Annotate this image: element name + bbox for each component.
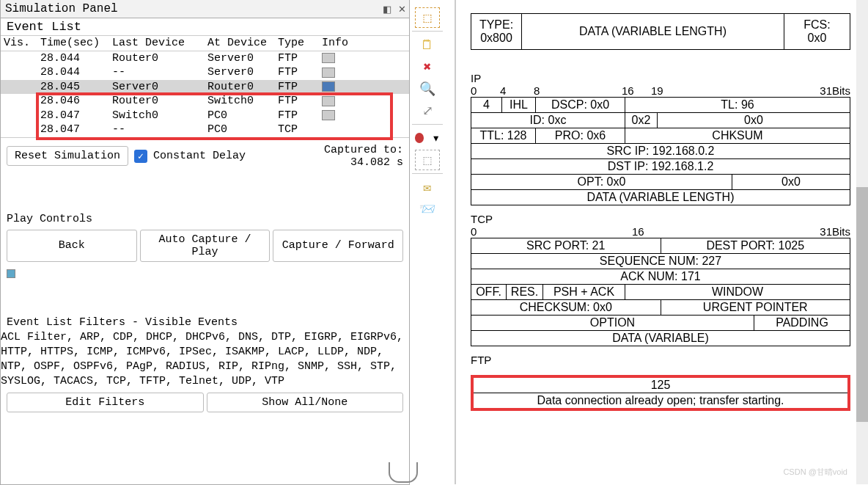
tcp-chk: CHECKSUM: 0x0 [471,300,661,315]
cell-time: 28.044 [40,65,112,80]
captured-to-label: Captured to: [324,144,403,156]
eth-fcs: FCS: 0x0 [784,13,850,50]
tcp-bits: 0 16 31Bits [456,225,865,238]
ip-dscp: DSCP: 0x0 [536,98,625,112]
cell-type: FTP [278,80,322,95]
cell-time: 28.047 [40,123,112,137]
cell-time: 28.045 [40,80,112,95]
select-tool-icon[interactable]: ⬚ [415,7,440,28]
constant-delay-label: Constant Delay [153,150,246,162]
tcp-urg: URGENT POINTER [661,300,850,315]
cell-at-device: PC0 [207,123,278,137]
tcp-opt: OPTION [471,316,754,330]
eth-fcs-label: FCS: [787,18,847,32]
event-list-header: Event List [1,18,409,36]
constant-delay-checkbox[interactable]: ✓ [134,150,147,163]
back-button[interactable]: Back [7,230,137,262]
cell-info [322,51,358,66]
pdu-toolbar: ⬚ 🗒 ✖ 🔍 ⤢ ▾ ⬚ ✉ 📨 [412,6,443,221]
watermark: CSDN @甘晴void [783,467,847,478]
cell-info [322,65,358,80]
tcp-src-port: SRC PORT: 21 [471,238,661,253]
eth-fcs-val: 0x0 [787,32,847,45]
reset-simulation-button[interactable]: Reset Simulation [7,146,128,166]
ip-bits: 0 4 8 16 19 31Bits [456,84,865,97]
note-icon[interactable]: 🗒 [415,34,440,55]
simple-pdu-icon[interactable]: ▾ [415,128,440,148]
cell-info [322,123,358,137]
table-row[interactable]: 28.047Switch0PC0FTP [1,109,409,123]
filters-header: Event List Filters - Visible Events [1,315,409,330]
event-table: Vis. Time(sec) Last Device At Device Typ… [1,36,409,137]
ftp-highlight-box: 125 Data connection already open; transf… [471,375,850,411]
ip-table: 4 IHL DSCP: 0x0 TL: 96 ID: 0xc 0x2 0x0 T… [471,97,850,205]
cell-time: 28.046 [40,94,112,109]
delete-icon[interactable]: ✖ [415,56,440,77]
tcp-flags: PSH + ACK [543,285,625,299]
cell-type: FTP [278,65,322,80]
ip-ihl: IHL [502,98,536,112]
table-row[interactable]: 28.047--PC0TCP [1,123,409,137]
eth-type-label: TYPE: [474,18,518,32]
sim-controls: Reset Simulation ✓ Constant Delay Captur… [1,137,409,175]
col-info[interactable]: Info [322,36,358,51]
cell-at-device: Router0 [207,80,278,95]
tcp-label: TCP [456,213,865,225]
col-time[interactable]: Time(sec) [40,36,112,51]
scroll-thumb[interactable] [856,187,868,422]
ip-opt: OPT: 0x0 [471,175,732,189]
col-at[interactable]: At Device [207,36,278,51]
cell-info [322,80,358,95]
ip-data: DATA (VARIABLE LENGTH) [471,190,850,205]
cell-last-device: Server0 [112,80,207,95]
show-all-none-button[interactable]: Show All/None [207,393,404,412]
table-row[interactable]: 28.044Router0Server0FTP [1,51,409,66]
tcp-off: OFF. [471,285,507,299]
table-row[interactable]: 28.045Server0Router0FTP [1,80,409,95]
info-swatch [322,110,335,120]
tcp-table: SRC PORT: 21 DEST PORT: 1025 SEQUENCE NU… [471,238,850,346]
table-row[interactable]: 28.046Router0Switch0FTP [1,94,409,109]
ip-pro: PRO: 0x6 [536,128,625,143]
cell-at-device: Server0 [207,65,278,80]
filters-buttons: Edit Filters Show All/None [1,390,409,415]
info-swatch [322,81,335,92]
table-header-row: Vis. Time(sec) Last Device At Device Typ… [1,36,409,51]
col-last[interactable]: Last Device [112,36,207,51]
ip-pad: 0x0 [732,175,850,189]
resize-icon[interactable]: ⤢ [415,101,440,121]
close-icon[interactable]: ✕ [394,4,409,15]
vertical-scrollbar[interactable] [856,0,868,484]
cell-type: TCP [278,123,322,137]
ip-id: ID: 0xc [471,113,625,128]
pin-icon[interactable]: ◧ [380,4,394,15]
ip-label: IP [456,72,865,84]
table-row[interactable]: 28.044--Server0FTP [1,65,409,80]
eth-type: TYPE: 0x800 [471,13,522,50]
tcp-ack: ACK NUM: 171 [471,269,850,284]
ftp-message: Data connection already open; transfer s… [474,393,847,408]
capture-forward-button[interactable]: Capture / Forward [273,230,403,262]
panel-title: Simulation Panel [1,0,380,18]
col-type[interactable]: Type [278,36,322,51]
device-icon[interactable] [389,462,418,483]
auto-capture-play-button[interactable]: Auto Capture / Play [140,230,271,262]
ip-flags: 0x2 [625,113,658,128]
cell-info [322,109,358,123]
filters-body: ACL Filter, ARP, CDP, DHCP, DHCPv6, DNS,… [1,330,409,390]
complex-pdu-icon[interactable]: ⬚ [415,150,440,170]
panel-titlebar: Simulation Panel ◧ ✕ [1,0,409,18]
cell-type: FTP [278,109,322,123]
info-swatch [322,53,335,63]
edit-filters-button[interactable]: Edit Filters [7,393,204,412]
ip-tl: TL: 96 [625,98,850,112]
envelope-open-icon[interactable]: 📨 [415,199,440,219]
inspect-icon[interactable]: 🔍 [415,79,440,99]
col-vis[interactable]: Vis. [4,36,40,51]
cell-info [322,94,358,109]
envelope-closed-icon[interactable]: ✉ [415,177,440,197]
cell-time: 28.044 [40,51,112,66]
ip-chksum: CHKSUM [625,128,850,143]
ftp-label: FTP [456,354,865,366]
captured-to: Captured to: 34.082 s [324,144,403,169]
